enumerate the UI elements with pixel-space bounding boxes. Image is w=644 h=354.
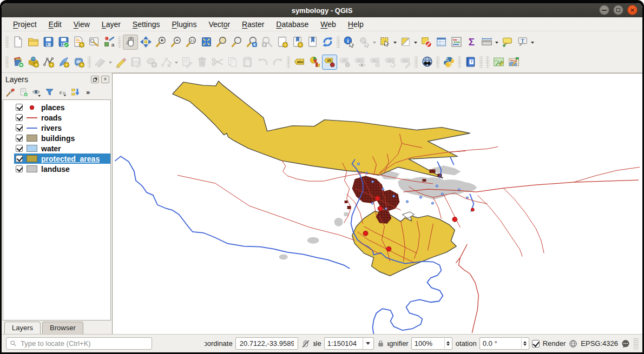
zoom-last-button[interactable] [244,35,259,50]
show-spatial-bookmarks-button[interactable] [290,35,305,50]
new-spatialite-layer-button[interactable] [56,55,71,70]
new-project-button[interactable] [10,35,25,50]
layer-row-water[interactable]: water [14,143,110,153]
layer-label-protected_areas[interactable]: protected_areas [41,155,100,163]
layer-row-landuse[interactable]: landuse [14,164,110,174]
pin-unpin-labels-button[interactable] [322,55,337,70]
zoom-to-selection-button[interactable] [214,35,229,50]
maximize-button[interactable] [613,5,623,15]
coordinate-input[interactable] [239,339,295,348]
layer-row-places[interactable]: places [14,102,110,112]
map-tips-button[interactable] [500,35,515,50]
zoom-full-button[interactable] [199,35,214,50]
menu-view[interactable]: View [69,19,95,30]
measure-line-dropdown[interactable] [494,35,500,50]
new-print-layout-button[interactable] [71,35,86,50]
save-project-button[interactable] [41,35,56,50]
plugin-quickmapservices-button[interactable] [491,55,506,70]
panel-float-button[interactable] [91,76,99,83]
menu-raster[interactable]: Raster [237,19,269,30]
menu-layer[interactable]: Layer [97,19,126,30]
select-by-value-button[interactable] [398,35,413,50]
digitize-with-shape-button[interactable] [143,55,159,70]
open-project-button[interactable] [25,35,41,50]
layer-label-roads[interactable]: roads [41,113,62,122]
delete-selected-button[interactable] [194,55,209,70]
layer-label-rivers[interactable]: rivers [41,124,62,132]
menu-plugins[interactable]: Plugins [167,19,201,30]
redo-button[interactable] [270,55,285,70]
layer-checkbox-roads[interactable] [16,114,23,121]
locator-input[interactable] [19,339,148,348]
run-feature-action-dropdown[interactable] [372,35,377,50]
new-geopackage-layer-button[interactable] [25,55,41,70]
scale-combo[interactable]: 1:150104 [324,337,374,350]
paste-features-button[interactable] [240,55,255,70]
layer-label-landuse[interactable]: landuse [41,165,70,173]
pan-to-selection-button[interactable] [138,35,153,50]
toggle-editing-button[interactable] [113,55,128,70]
show-layout-manager-button[interactable] [86,35,101,50]
layer-label-places[interactable]: places [41,103,65,112]
zoom-out-button[interactable] [168,35,183,50]
modify-attributes-button[interactable] [179,55,194,70]
magnifier-spinner[interactable]: 100% [411,337,452,350]
text-annotation-dropdown[interactable] [530,35,535,50]
open-field-calculator-button[interactable] [449,35,464,50]
save-layer-edits-button[interactable] [128,55,143,70]
messages-icon[interactable] [621,339,630,349]
current-edits-button[interactable] [93,55,108,70]
new-shapefile-layer-button[interactable] [41,55,56,70]
open-layer-styling-button[interactable] [5,86,16,98]
layer-checkbox-rivers[interactable] [16,124,23,131]
render-checkbox[interactable] [532,340,540,348]
layer-label-water[interactable]: water [41,144,61,153]
zoom-to-layer-button[interactable] [229,35,244,50]
scale-dropdown-button[interactable] [363,338,373,349]
menu-project[interactable]: Project [8,19,42,30]
menu-help[interactable]: Help [343,19,369,30]
menu-database[interactable]: Database [271,19,313,30]
menu-web[interactable]: Web [316,19,341,30]
expand-collapse-button[interactable] [70,86,81,98]
copy-features-button[interactable] [225,55,240,70]
refresh-map-button[interactable] [320,35,335,50]
layer-row-rivers[interactable]: rivers [14,123,110,133]
rotate-label-button[interactable] [383,55,398,70]
change-label-button[interactable] [398,55,413,70]
run-feature-action-button[interactable] [357,35,372,50]
resize-grip[interactable] [633,338,639,350]
title-bar[interactable]: symbology - QGIS × [2,3,642,17]
panel-close-button[interactable]: × [101,76,109,83]
new-spatial-bookmark-button[interactable] [274,35,290,50]
deselect-features-button[interactable] [418,35,433,50]
layer-diagram-options-button[interactable] [307,55,322,70]
layer-checkbox-protected_areas[interactable] [16,155,23,162]
extents-toggle-icon[interactable] [301,339,311,349]
data-source-manager-button[interactable] [10,55,25,70]
layer-row-buildings[interactable]: buildings [14,133,110,143]
metasearch-button[interactable] [419,55,435,70]
undo-button[interactable] [255,55,270,70]
menu-settings[interactable]: Settings [128,19,165,30]
plugin-qgis2web-button[interactable] [506,55,521,70]
menu-vector[interactable]: Vector [203,19,235,30]
current-edits-dropdown[interactable] [108,55,113,70]
map-canvas[interactable] [112,73,642,334]
help-contents-button[interactable] [463,55,478,70]
toolbar-grip[interactable] [5,36,9,48]
layer-checkbox-landuse[interactable] [16,165,23,172]
crs-globe-icon[interactable] [568,339,578,349]
select-features-button[interactable] [377,35,392,50]
layer-row-roads[interactable]: roads [14,112,110,123]
add-group-button[interactable] [18,86,29,98]
filter-legend-button[interactable] [44,86,55,98]
statistical-summary-button[interactable] [464,35,479,50]
show-bookmark-manager-button[interactable] [305,35,320,50]
identify-features-button[interactable] [341,35,357,50]
toolbar-grip[interactable] [5,56,9,68]
layer-labeling-options-button[interactable] [292,55,307,70]
panel-overflow-button[interactable]: » [86,88,90,96]
select-features-dropdown[interactable] [392,35,398,50]
render-toggle[interactable]: Render [532,339,566,348]
